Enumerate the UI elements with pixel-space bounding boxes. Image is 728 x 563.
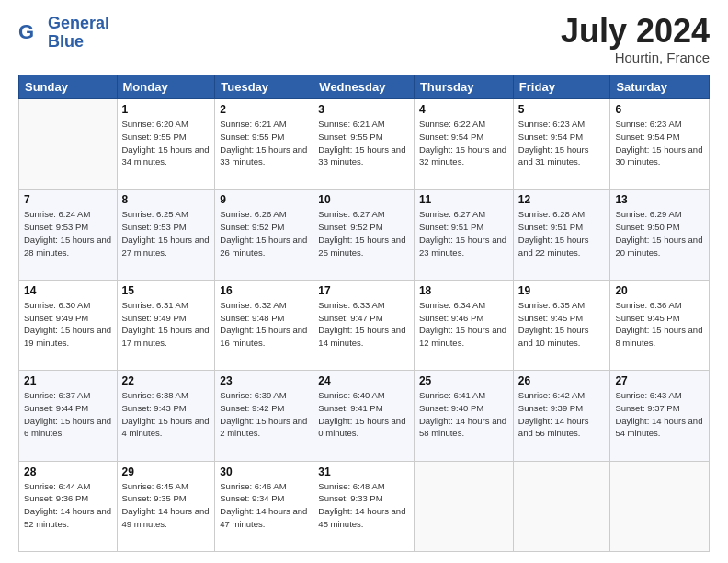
logo: G GeneralBlue (18, 15, 109, 52)
day-number: 31 (318, 465, 409, 478)
day-cell: 13 Sunrise: 6:29 AMSunset: 9:50 PMDaylig… (610, 190, 710, 280)
week-row-3: 14 Sunrise: 6:30 AMSunset: 9:49 PMDaylig… (19, 280, 710, 370)
col-sunday: Sunday (19, 75, 118, 99)
day-cell: 29 Sunrise: 6:45 AMSunset: 9:35 PMDaylig… (117, 461, 215, 551)
day-cell: 11 Sunrise: 6:27 AMSunset: 9:51 PMDaylig… (414, 190, 513, 280)
day-info: Sunrise: 6:35 AMSunset: 9:45 PMDaylight:… (518, 299, 606, 350)
day-info: Sunrise: 6:37 AMSunset: 9:44 PMDaylight:… (24, 389, 112, 440)
day-cell: 20 Sunrise: 6:36 AMSunset: 9:45 PMDaylig… (610, 280, 710, 370)
day-number: 30 (220, 465, 308, 478)
day-number: 18 (419, 284, 508, 297)
day-cell: 25 Sunrise: 6:41 AMSunset: 9:40 PMDaylig… (414, 371, 513, 461)
day-cell: 16 Sunrise: 6:32 AMSunset: 9:48 PMDaylig… (215, 280, 313, 370)
day-cell: 31 Sunrise: 6:48 AMSunset: 9:33 PMDaylig… (313, 461, 415, 551)
col-friday: Friday (513, 75, 610, 99)
day-number: 20 (615, 284, 704, 297)
day-cell: 17 Sunrise: 6:33 AMSunset: 9:47 PMDaylig… (313, 280, 415, 370)
day-number: 27 (615, 374, 704, 387)
day-info: Sunrise: 6:31 AMSunset: 9:49 PMDaylight:… (122, 299, 210, 350)
day-cell: 30 Sunrise: 6:46 AMSunset: 9:34 PMDaylig… (215, 461, 313, 551)
day-cell: 4 Sunrise: 6:22 AMSunset: 9:54 PMDayligh… (414, 99, 513, 190)
day-cell: 28 Sunrise: 6:44 AMSunset: 9:36 PMDaylig… (19, 461, 118, 551)
day-info: Sunrise: 6:32 AMSunset: 9:48 PMDaylight:… (220, 299, 308, 350)
day-info: Sunrise: 6:27 AMSunset: 9:51 PMDaylight:… (419, 208, 508, 259)
day-number: 28 (24, 465, 112, 478)
col-wednesday: Wednesday (313, 75, 415, 99)
col-thursday: Thursday (414, 75, 513, 99)
day-cell: 5 Sunrise: 6:23 AMSunset: 9:54 PMDayligh… (513, 99, 610, 190)
day-number: 24 (318, 374, 409, 387)
day-info: Sunrise: 6:43 AMSunset: 9:37 PMDaylight:… (615, 389, 704, 440)
page: G GeneralBlue July 2024 Hourtin, France … (0, 0, 728, 563)
day-info: Sunrise: 6:45 AMSunset: 9:35 PMDaylight:… (122, 480, 210, 531)
day-info: Sunrise: 6:39 AMSunset: 9:42 PMDaylight:… (220, 389, 308, 440)
day-number: 14 (24, 284, 112, 297)
day-cell (610, 461, 710, 551)
day-number: 13 (615, 193, 704, 206)
week-row-1: 1 Sunrise: 6:20 AMSunset: 9:55 PMDayligh… (19, 99, 710, 190)
day-info: Sunrise: 6:38 AMSunset: 9:43 PMDaylight:… (122, 389, 210, 440)
day-number: 22 (122, 374, 210, 387)
day-number: 9 (220, 193, 308, 206)
day-cell: 1 Sunrise: 6:20 AMSunset: 9:55 PMDayligh… (117, 99, 215, 190)
day-info: Sunrise: 6:41 AMSunset: 9:40 PMDaylight:… (419, 389, 508, 440)
header: G GeneralBlue July 2024 Hourtin, France (18, 15, 710, 65)
week-row-4: 21 Sunrise: 6:37 AMSunset: 9:44 PMDaylig… (19, 371, 710, 461)
day-number: 3 (318, 103, 409, 116)
day-cell: 3 Sunrise: 6:21 AMSunset: 9:55 PMDayligh… (313, 99, 415, 190)
day-cell: 24 Sunrise: 6:40 AMSunset: 9:41 PMDaylig… (313, 371, 415, 461)
logo-text: GeneralBlue (48, 15, 109, 52)
day-cell (414, 461, 513, 551)
day-info: Sunrise: 6:42 AMSunset: 9:39 PMDaylight:… (518, 389, 606, 440)
day-info: Sunrise: 6:46 AMSunset: 9:34 PMDaylight:… (220, 480, 308, 531)
month-title: July 2024 (561, 15, 710, 48)
header-row: Sunday Monday Tuesday Wednesday Thursday… (19, 75, 710, 99)
day-number: 25 (419, 374, 508, 387)
day-number: 16 (220, 284, 308, 297)
day-number: 17 (318, 284, 409, 297)
day-cell: 2 Sunrise: 6:21 AMSunset: 9:55 PMDayligh… (215, 99, 313, 190)
day-info: Sunrise: 6:33 AMSunset: 9:47 PMDaylight:… (318, 299, 409, 350)
day-number: 15 (122, 284, 210, 297)
day-info: Sunrise: 6:24 AMSunset: 9:53 PMDaylight:… (24, 208, 112, 259)
day-info: Sunrise: 6:29 AMSunset: 9:50 PMDaylight:… (615, 208, 704, 259)
day-cell: 9 Sunrise: 6:26 AMSunset: 9:52 PMDayligh… (215, 190, 313, 280)
day-info: Sunrise: 6:20 AMSunset: 9:55 PMDaylight:… (122, 118, 210, 168)
day-cell (19, 99, 118, 190)
day-info: Sunrise: 6:26 AMSunset: 9:52 PMDaylight:… (220, 208, 308, 259)
day-number: 26 (518, 374, 606, 387)
logo-icon: G (18, 20, 44, 46)
day-number: 29 (122, 465, 210, 478)
day-info: Sunrise: 6:30 AMSunset: 9:49 PMDaylight:… (24, 299, 112, 350)
col-saturday: Saturday (610, 75, 710, 99)
day-info: Sunrise: 6:48 AMSunset: 9:33 PMDaylight:… (318, 480, 409, 531)
day-cell: 21 Sunrise: 6:37 AMSunset: 9:44 PMDaylig… (19, 371, 118, 461)
day-info: Sunrise: 6:23 AMSunset: 9:54 PMDaylight:… (518, 118, 606, 168)
day-info: Sunrise: 6:21 AMSunset: 9:55 PMDaylight:… (318, 118, 409, 168)
day-cell: 22 Sunrise: 6:38 AMSunset: 9:43 PMDaylig… (117, 371, 215, 461)
location: Hourtin, France (561, 50, 710, 65)
day-info: Sunrise: 6:27 AMSunset: 9:52 PMDaylight:… (318, 208, 409, 259)
day-number: 12 (518, 193, 606, 206)
day-number: 11 (419, 193, 508, 206)
title-block: July 2024 Hourtin, France (561, 15, 710, 65)
day-number: 4 (419, 103, 508, 116)
day-number: 10 (318, 193, 409, 206)
day-number: 2 (220, 103, 308, 116)
calendar-table: Sunday Monday Tuesday Wednesday Thursday… (18, 75, 710, 552)
day-info: Sunrise: 6:44 AMSunset: 9:36 PMDaylight:… (24, 480, 112, 531)
day-info: Sunrise: 6:23 AMSunset: 9:54 PMDaylight:… (615, 118, 704, 168)
day-number: 5 (518, 103, 606, 116)
day-number: 1 (122, 103, 210, 116)
day-cell: 14 Sunrise: 6:30 AMSunset: 9:49 PMDaylig… (19, 280, 118, 370)
day-cell: 15 Sunrise: 6:31 AMSunset: 9:49 PMDaylig… (117, 280, 215, 370)
day-info: Sunrise: 6:34 AMSunset: 9:46 PMDaylight:… (419, 299, 508, 350)
day-info: Sunrise: 6:22 AMSunset: 9:54 PMDaylight:… (419, 118, 508, 168)
day-info: Sunrise: 6:25 AMSunset: 9:53 PMDaylight:… (122, 208, 210, 259)
day-cell: 23 Sunrise: 6:39 AMSunset: 9:42 PMDaylig… (215, 371, 313, 461)
day-number: 6 (615, 103, 704, 116)
col-tuesday: Tuesday (215, 75, 313, 99)
week-row-5: 28 Sunrise: 6:44 AMSunset: 9:36 PMDaylig… (19, 461, 710, 551)
day-cell (513, 461, 610, 551)
day-info: Sunrise: 6:36 AMSunset: 9:45 PMDaylight:… (615, 299, 704, 350)
